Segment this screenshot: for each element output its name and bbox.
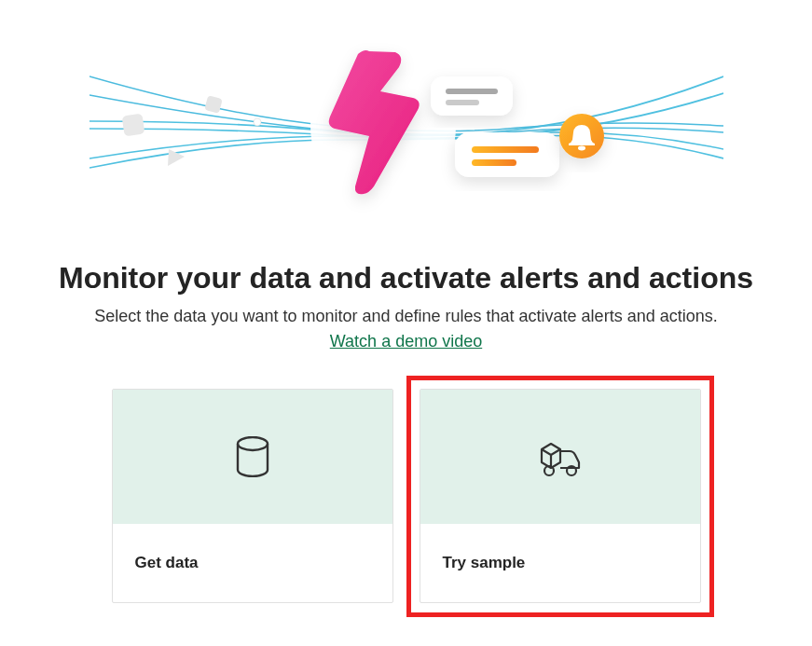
try-sample-card[interactable]: Try sample [420,389,701,603]
svg-rect-1 [121,114,145,137]
svg-rect-8 [455,132,559,177]
get-data-label: Get data [135,554,199,572]
svg-rect-7 [446,100,479,105]
page-subtitle: Select the data you want to monitor and … [94,307,717,326]
page-title: Monitor your data and activate alerts an… [59,261,753,296]
get-data-icon-area [113,390,392,524]
try-sample-label: Try sample [443,554,526,572]
svg-rect-2 [204,95,223,114]
hero-illustration [89,19,723,214]
try-sample-icon-area [420,390,700,524]
watch-demo-link[interactable]: Watch a demo video [330,332,482,351]
svg-rect-5 [431,76,513,116]
database-icon [234,436,271,477]
svg-rect-10 [472,159,516,166]
action-cards-row: Get data Try sample [112,389,701,603]
svg-rect-6 [446,89,498,94]
svg-point-13 [238,437,268,450]
svg-rect-9 [472,146,539,153]
get-data-card[interactable]: Get data [112,389,393,603]
svg-point-12 [578,146,585,151]
get-data-label-area: Get data [113,524,392,602]
svg-point-0 [254,118,261,126]
truck-icon [536,436,585,477]
try-sample-label-area: Try sample [420,524,700,602]
